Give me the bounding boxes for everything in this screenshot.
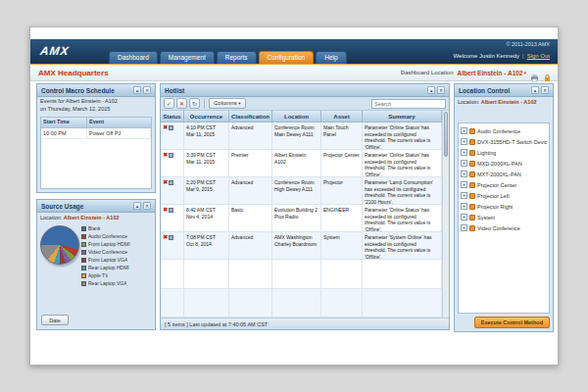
tree-item-audio-conference[interactable]: +Audio Conference — [461, 125, 547, 136]
tree-item-projector-left[interactable]: +Projector Left — [461, 190, 547, 201]
hotlist-header-row: Status Occurrence Classification Locatio… — [161, 111, 442, 122]
tree-item-projector-right[interactable]: +Projector Right — [461, 201, 547, 212]
column-header-occurrence[interactable]: Occurrence — [184, 111, 229, 122]
cell-location: Albert Einstein A102 — [272, 150, 321, 177]
collapse-icon[interactable]: ▴ — [427, 86, 435, 94]
lock-icon[interactable] — [543, 69, 552, 77]
tree-item-video-conference[interactable]: +Video Conference — [461, 222, 547, 233]
column-header-asset[interactable]: Asset — [321, 111, 363, 122]
close-icon[interactable]: ✕ — [143, 202, 151, 210]
expand-icon[interactable]: + — [461, 160, 467, 167]
column-header-start-time[interactable]: Start Time — [41, 118, 87, 128]
hotlist-panel: Hotlist ▴ ✕ ✓ ✕ ↻ Columns ▾ Status Occur… — [160, 83, 450, 330]
expand-icon[interactable]: + — [461, 224, 467, 231]
tree-item-mxd-panel[interactable]: +MXD-2000XL-PAN — [461, 158, 547, 169]
alert-icon: ✖ — [163, 152, 168, 158]
collapse-icon[interactable]: ▴ — [531, 86, 539, 94]
columns-dropdown[interactable]: Columns ▾ — [209, 98, 246, 109]
legend-item: Video Conference — [81, 248, 153, 256]
panel-title: Hotlist — [165, 87, 184, 94]
acknowledge-icon[interactable]: ✓ — [164, 98, 174, 109]
table-row[interactable]: ✖ 4:10 PM CST Mar 11, 2015 Advanced Conf… — [161, 122, 442, 150]
legend-item: Blank — [81, 224, 153, 232]
vertical-scrollbar[interactable] — [442, 111, 449, 318]
tab-reports[interactable]: Reports — [217, 51, 257, 64]
panel-header: Hotlist ▴ ✕ — [161, 84, 449, 97]
top-navigation-bar: AMX © 2011-2013 AMX Welcome Justin Kenne… — [30, 39, 558, 65]
tree-item-projector-center[interactable]: +Projector Center — [461, 179, 547, 190]
flag-icon — [169, 153, 173, 158]
tree-item-lighting[interactable]: +Lighting — [461, 147, 547, 158]
legend-swatch — [81, 266, 86, 270]
close-icon[interactable]: ✕ — [541, 86, 549, 94]
expand-icon[interactable]: + — [461, 127, 467, 134]
delete-icon[interactable]: ✕ — [176, 98, 187, 109]
table-row[interactable]: ✖ 8:42 AM CST Nov 4, 2014 Basic Evolutio… — [161, 205, 442, 232]
sign-out-link[interactable]: Sign Out — [527, 53, 550, 59]
panel-title: Source Usage — [41, 203, 83, 210]
column-header-event[interactable]: Event — [87, 118, 151, 128]
schedule-row[interactable]: 10:00 PM Power Off PJ — [41, 128, 151, 139]
refresh-icon[interactable]: ↻ — [189, 98, 200, 109]
scrollbar-thumb[interactable] — [444, 112, 448, 157]
schedule-subtitle-line1: Events for Albert Einstein - A102 — [37, 97, 155, 105]
collapse-icon[interactable]: ▴ — [133, 202, 141, 210]
search-input[interactable] — [371, 99, 446, 109]
tab-configuration[interactable]: Configuration — [259, 51, 315, 64]
tab-dashboard[interactable]: Dashboard — [109, 51, 158, 64]
column-header-status[interactable]: Status — [161, 111, 184, 122]
cell-location: Evolution Building 2 Plus Radio — [272, 205, 321, 232]
panel-body: Events for Albert Einstein - A102 on Thu… — [37, 97, 155, 192]
panel-title: Control Macro Schedule — [41, 87, 115, 94]
column-header-summary[interactable]: Summary — [363, 111, 442, 122]
source-usage-chart: Blank Audio Conference Front Laptop HDMI… — [37, 221, 155, 288]
cell-location: Conference Room High Dewey A111 — [272, 177, 321, 205]
expand-icon[interactable]: + — [461, 171, 467, 177]
legend-swatch — [81, 258, 86, 263]
cell-classification: Premier — [229, 150, 272, 177]
amx-logo: AMX — [39, 44, 71, 58]
cell-asset: Projector — [321, 177, 363, 205]
expand-icon[interactable]: + — [461, 214, 467, 220]
schedule-subtitle-line2: on Thursday, March 12, 2015 — [37, 105, 155, 113]
date-button[interactable]: Date — [41, 315, 69, 325]
tree-item-system[interactable]: +System — [461, 212, 547, 222]
legend-swatch — [81, 242, 86, 247]
tab-management[interactable]: Management — [160, 51, 215, 64]
app-window: AMX © 2011-2013 AMX Welcome Justin Kenne… — [29, 26, 559, 366]
tree-item-mxt-panel[interactable]: +MXT-2000XL-PAN — [461, 169, 547, 179]
tree-item-dvx-switch[interactable]: +DVX-3155HD-T Switch Device — [461, 136, 547, 147]
device-icon — [469, 128, 475, 134]
expand-icon[interactable]: + — [461, 138, 467, 145]
cell-asset: Main Touch Panel — [321, 122, 363, 150]
table-row[interactable]: ✖ 7:08 PM CST Oct 8, 2014 Advanced AMX W… — [161, 232, 442, 260]
expand-icon[interactable]: + — [461, 149, 467, 156]
expand-icon[interactable]: + — [461, 181, 467, 188]
cell-asset: System — [321, 232, 363, 260]
table-row[interactable]: ✖ 3:39 PM CST Mar 11, 2015 Premier Alber… — [161, 150, 442, 177]
location-selector[interactable]: Albert Einstein - A102 ▾ — [458, 70, 526, 76]
close-icon[interactable]: ✕ — [437, 86, 445, 94]
cell-classification: Basic — [229, 205, 272, 232]
schedule-event: Power Off PJ — [87, 128, 151, 139]
alert-icon: ✖ — [163, 234, 168, 240]
expand-icon[interactable]: + — [461, 203, 467, 210]
tab-help[interactable]: Help — [316, 51, 346, 64]
column-header-location[interactable]: Location — [272, 111, 321, 122]
column-header-classification[interactable]: Classification — [229, 111, 272, 122]
close-icon[interactable]: ✕ — [143, 86, 151, 94]
expand-icon[interactable]: + — [461, 192, 467, 199]
table-row[interactable]: ✖ 2:20 PM CST Mar 9, 2015 Advanced Confe… — [161, 177, 442, 205]
execute-control-method-button[interactable]: Execute Control Method — [474, 317, 550, 328]
panel-header: Source Usage ▴ ✕ — [37, 200, 155, 213]
printer-icon[interactable] — [530, 69, 539, 77]
welcome-text: Welcome Justin Kennedy — [453, 53, 519, 59]
collapse-icon[interactable]: ▴ — [133, 86, 141, 94]
dashboard-location-area: Dashboard Location Albert Einstein - A10… — [401, 65, 552, 80]
cell-summary: Parameter 'Online Status' has exceeded i… — [363, 205, 442, 232]
legend-item: Rear Laptop VGA — [81, 279, 153, 287]
cell-summary: Parameter 'Online Status' has exceeded i… — [363, 122, 442, 150]
legend-item: Front Laptop HDMI — [81, 240, 153, 248]
device-icon — [469, 204, 475, 210]
hotlist-toolbar: ✓ ✕ ↻ Columns ▾ — [161, 97, 449, 111]
